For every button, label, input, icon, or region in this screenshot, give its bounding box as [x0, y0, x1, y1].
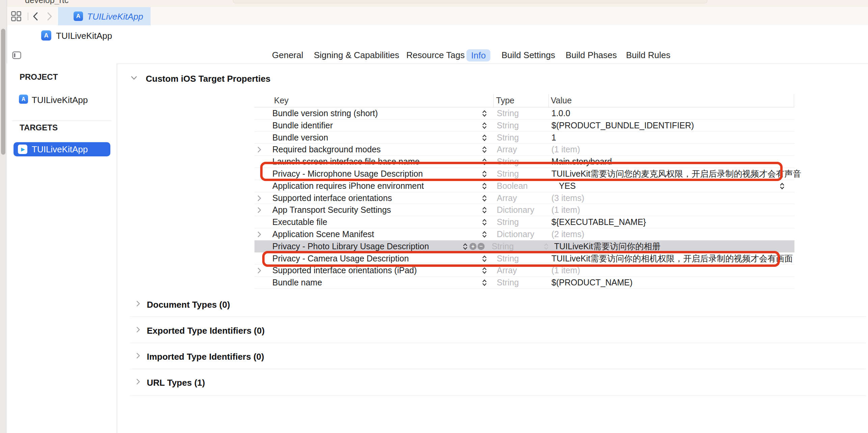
chevron-down-icon[interactable] — [131, 76, 137, 80]
document-tab[interactable]: A TUILiveKitApp — [58, 7, 151, 25]
disclosure-chevron-icon[interactable] — [136, 326, 140, 333]
remove-row-button[interactable]: − — [478, 243, 485, 250]
property-key: Application requires iPhone environment — [272, 180, 424, 192]
column-header-value[interactable]: Value — [551, 93, 572, 107]
property-type[interactable]: String — [492, 240, 514, 252]
property-key: Bundle name — [272, 277, 322, 288]
section-title[interactable]: Imported Type Identifiers (0) — [147, 352, 264, 362]
tab-info[interactable]: Info — [466, 49, 490, 61]
disclosure-chevron-icon[interactable] — [136, 352, 140, 359]
editor-header: A TUILiveKitApp — [0, 25, 868, 47]
property-value[interactable]: TUILiveKit需要访问你的相册 — [554, 240, 660, 252]
column-header-key[interactable]: Key — [274, 93, 289, 107]
app-store-icon: A — [19, 95, 28, 104]
property-type[interactable]: String — [497, 107, 519, 119]
column-header-type[interactable]: Type — [496, 93, 514, 107]
property-type[interactable]: String — [497, 277, 519, 288]
forward-icon[interactable] — [45, 12, 53, 21]
property-value[interactable]: YES — [559, 180, 576, 192]
disclosure-chevron-icon[interactable] — [136, 300, 140, 307]
property-type[interactable]: String — [497, 216, 519, 228]
page-title: TUILiveKitApp — [56, 31, 112, 41]
property-key: Bundle identifier — [272, 120, 333, 131]
section-title[interactable]: Exported Type Identifiers (0) — [147, 326, 265, 336]
property-value[interactable]: (1 item) — [551, 144, 580, 155]
tab-build-rules[interactable]: Build Rules — [626, 47, 671, 63]
target-item-label: TUILiveKitApp — [32, 142, 88, 156]
property-value[interactable]: 1 — [551, 132, 556, 144]
property-type[interactable]: Array — [497, 144, 517, 155]
property-key: Supported interface orientations — [272, 192, 392, 204]
section-divider — [130, 343, 866, 343]
custom-properties-title: Custom iOS Target Properties — [146, 74, 270, 84]
property-type[interactable]: Dictionary — [497, 228, 534, 240]
tab-resource-tags[interactable]: Resource Tags — [406, 47, 465, 63]
property-type[interactable]: Array — [497, 192, 517, 204]
add-row-button[interactable]: + — [469, 243, 477, 250]
toolbar-separator — [28, 12, 28, 20]
property-row[interactable]: Supported interface orientationsArray(3 … — [254, 192, 794, 204]
back-icon[interactable] — [32, 12, 40, 21]
window-scrollbar-gutter — [0, 0, 7, 433]
property-key: Required background modes — [272, 144, 381, 155]
property-row[interactable]: Bundle nameString$(PRODUCT_NAME) — [254, 277, 794, 289]
property-row[interactable]: Required background modesArray(1 item) — [254, 144, 794, 156]
property-type[interactable]: Dictionary — [497, 204, 534, 216]
document-tab-label: TUILiveKitApp — [87, 11, 143, 22]
scrollbar-thumb[interactable] — [1, 29, 5, 155]
sidebar-item-target[interactable]: ▶ TUILiveKitApp — [13, 142, 110, 156]
property-value[interactable]: ${EXECUTABLE_NAME} — [551, 216, 646, 228]
property-row[interactable]: Bundle versionString1 — [254, 132, 794, 144]
property-row[interactable]: Application requires iPhone environmentB… — [254, 180, 794, 192]
targets-group-label: TARGETS — [20, 123, 58, 132]
annotation-box-camera — [262, 251, 780, 267]
key-stepper-icon[interactable] — [482, 279, 487, 291]
section-title[interactable]: URL Types (1) — [147, 378, 205, 388]
section-title[interactable]: Document Types (0) — [147, 300, 230, 310]
property-value[interactable]: 1.0.0 — [551, 107, 570, 119]
tab-signing-capabilities[interactable]: Signing & Capabilities — [314, 47, 399, 63]
property-type[interactable]: Boolean — [497, 180, 528, 192]
annotation-box-microphone — [260, 162, 783, 181]
xcode-window: { "toolbar": { "scheme_text": "develop_r… — [0, 0, 868, 433]
target-app-icon: ▶ — [18, 145, 27, 154]
app-store-icon: A — [41, 30, 51, 41]
project-group-label: PROJECT — [20, 72, 58, 82]
section-divider — [130, 395, 866, 396]
property-type[interactable]: String — [497, 132, 519, 144]
disclosure-chevron-icon[interactable] — [136, 378, 140, 385]
sidebar-divider — [12, 121, 111, 121]
section-divider — [130, 316, 866, 317]
property-value[interactable]: (3 items) — [551, 192, 584, 204]
app-store-icon: A — [74, 11, 83, 21]
project-sidebar: PROJECT A TUILiveKitApp TARGETS ▶ TUILiv… — [7, 63, 117, 433]
property-key: Privacy - Photo Library Usage Descriptio… — [272, 240, 429, 252]
sidebar-toggle-icon[interactable] — [12, 51, 21, 59]
property-row[interactable]: Bundle identifierString$(PRODUCT_BUNDLE_… — [254, 120, 794, 132]
property-type[interactable]: String — [497, 120, 519, 131]
tab-overview-icon[interactable] — [11, 11, 21, 21]
section-divider — [130, 369, 866, 369]
tab-build-phases[interactable]: Build Phases — [566, 47, 617, 63]
property-row[interactable]: Application Scene ManifestDictionary(2 i… — [254, 228, 794, 240]
property-value[interactable]: (2 items) — [551, 228, 584, 240]
scheme-name[interactable]: develop_rtc — [25, 0, 113, 4]
project-item-label: TUILiveKitApp — [32, 95, 88, 105]
column-separator — [794, 94, 794, 107]
pane-divider[interactable] — [117, 63, 117, 433]
property-key: App Transport Security Settings — [272, 204, 391, 216]
property-row[interactable]: Executable fileString${EXECUTABLE_NAME} — [254, 216, 794, 228]
property-key: Executable file — [272, 216, 327, 228]
property-key: Bundle version — [272, 132, 328, 144]
property-key: Bundle version string (short) — [272, 107, 378, 119]
activity-status-box — [233, 0, 707, 3]
property-key: Application Scene Manifest — [272, 228, 374, 240]
property-value[interactable]: (1 item) — [551, 204, 580, 216]
property-row[interactable]: App Transport Security SettingsDictionar… — [254, 204, 794, 216]
property-value[interactable]: $(PRODUCT_NAME) — [551, 277, 632, 288]
tab-general[interactable]: General — [272, 47, 303, 63]
tab-build-settings[interactable]: Build Settings — [501, 47, 555, 63]
property-value[interactable]: $(PRODUCT_BUNDLE_IDENTIFIER) — [551, 120, 694, 131]
editor-tab-bar: A TUILiveKitApp — [0, 7, 868, 26]
property-row[interactable]: Bundle version string (short)String1.0.0 — [254, 107, 794, 120]
